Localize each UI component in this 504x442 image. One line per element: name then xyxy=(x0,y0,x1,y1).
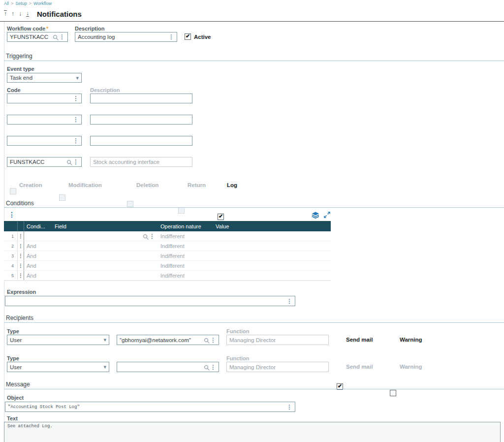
conditions-section-label: Conditions xyxy=(6,200,34,207)
breadcrumb-setup[interactable]: Setup xyxy=(15,1,27,6)
section-divider xyxy=(4,389,504,389)
column-header-field[interactable]: Field xyxy=(52,223,158,229)
last-record-icon[interactable]: ↓ xyxy=(26,10,29,17)
recipient-user-input-1[interactable]: "gbhornyai@netatwork.com" ⋮ xyxy=(117,335,219,345)
section-divider xyxy=(4,61,504,61)
record-navigation: ↑ ↑ ↓ ↓ xyxy=(4,10,29,17)
condition-cell[interactable]: And xyxy=(24,253,52,259)
lookup-icon[interactable] xyxy=(53,35,57,39)
operation-nature-cell[interactable]: Indifferent xyxy=(158,263,213,269)
column-header-condition[interactable]: Condi... xyxy=(24,223,52,229)
lookup-icon[interactable] xyxy=(67,160,71,164)
previous-record-icon[interactable]: ↑ xyxy=(11,11,14,17)
expression-input[interactable]: ⋮ xyxy=(5,296,295,306)
table-row[interactable]: 3 ⋮ And Indifferent xyxy=(4,251,331,261)
condition-cell[interactable]: And xyxy=(24,263,52,269)
active-checkbox[interactable] xyxy=(185,33,191,40)
creation-checkbox-label: Creation xyxy=(19,182,42,188)
column-header-value[interactable]: Value xyxy=(213,223,331,229)
description-label: Description xyxy=(75,26,105,32)
required-asterisk: * xyxy=(46,26,48,32)
table-row[interactable]: 5 ⋮ And Indifferent xyxy=(4,271,331,281)
event-type-select[interactable]: Task end ▾ xyxy=(7,73,82,83)
field-actions-icon[interactable]: ⋮ xyxy=(73,117,79,123)
row-actions-icon[interactable]: ⋮ xyxy=(18,253,23,258)
recipient-user-input-2[interactable]: ⋮ xyxy=(117,362,219,372)
grid-layers-icon[interactable] xyxy=(312,212,319,219)
function-label-2: Function xyxy=(226,355,249,361)
next-record-icon[interactable]: ↓ xyxy=(19,11,22,17)
event-type-label: Event type xyxy=(7,66,34,72)
type-select-1[interactable]: User ▾ xyxy=(7,335,109,345)
lookup-icon[interactable] xyxy=(204,338,208,342)
deletion-checkbox[interactable] xyxy=(127,201,133,207)
field-actions-icon[interactable]: ⋮ xyxy=(73,138,79,144)
lookup-icon[interactable] xyxy=(143,234,147,238)
warning-checkbox-1[interactable] xyxy=(390,390,396,396)
code-input-1[interactable]: ⋮ xyxy=(7,94,82,103)
table-row[interactable]: 4 ⋮ And Indifferent xyxy=(4,261,331,271)
field-actions-icon[interactable]: ⋮ xyxy=(210,337,216,343)
breadcrumb-separator: > xyxy=(11,1,13,6)
code-description-2[interactable] xyxy=(90,115,192,125)
row-number: 4 xyxy=(4,261,18,270)
type-select-2[interactable]: User ▾ xyxy=(7,362,109,372)
field-actions-icon[interactable]: ⋮ xyxy=(168,34,174,40)
chevron-down-icon: ▾ xyxy=(103,364,106,370)
return-checkbox[interactable] xyxy=(178,207,185,214)
log-checkbox-label: Log xyxy=(227,182,237,188)
operation-nature-cell[interactable]: Indifferent xyxy=(158,273,213,279)
breadcrumb-all[interactable]: All xyxy=(4,1,9,6)
row-number: 3 xyxy=(4,251,18,260)
creation-checkbox[interactable] xyxy=(10,188,16,194)
triggering-section-label: Triggering xyxy=(6,53,32,60)
grid-menu-icon[interactable]: ⋮ xyxy=(8,211,15,218)
condition-cell[interactable]: And xyxy=(24,243,52,249)
row-number: 2 xyxy=(4,241,18,251)
field-actions-icon[interactable]: ⋮ xyxy=(73,159,79,165)
object-input[interactable]: "Accounting Stock Post Log" ⋮ xyxy=(5,402,295,412)
breadcrumb-separator: > xyxy=(29,1,32,6)
code-input-2[interactable]: ⋮ xyxy=(7,115,82,125)
modification-checkbox[interactable] xyxy=(59,194,65,201)
condition-cell[interactable]: And xyxy=(24,273,52,279)
field-actions-icon[interactable]: ⋮ xyxy=(286,298,292,304)
row-actions-icon[interactable]: ⋮ xyxy=(18,273,23,278)
warning-label-2: Warning xyxy=(400,364,422,370)
first-record-icon[interactable]: ↑ xyxy=(4,10,7,17)
code-input-4[interactable]: FUNSTKACC ⋮ xyxy=(7,157,82,167)
field-actions-icon[interactable]: ⋮ xyxy=(149,233,155,239)
breadcrumb: All>Setup>Workflow xyxy=(4,1,52,6)
code-description-1[interactable] xyxy=(90,94,192,103)
code-description-3[interactable] xyxy=(90,136,192,146)
function-input-2: Managing Director xyxy=(226,362,329,372)
field-actions-icon[interactable]: ⋮ xyxy=(73,95,79,101)
expression-label: Expression xyxy=(7,289,36,295)
field-cell[interactable]: ⋮ xyxy=(52,233,158,239)
column-header-operation-nature[interactable]: Operation nature xyxy=(158,223,213,229)
code-column-label: Code xyxy=(7,87,21,93)
description-input[interactable]: Accounting log ⋮ xyxy=(75,32,177,42)
operation-nature-cell[interactable]: Indifferent xyxy=(158,233,213,239)
row-actions-icon[interactable]: ⋮ xyxy=(18,263,23,268)
active-checkbox-label: Active xyxy=(194,34,211,40)
operation-nature-cell[interactable]: Indifferent xyxy=(158,253,213,259)
lookup-icon[interactable] xyxy=(204,365,208,369)
operation-nature-cell[interactable]: Indifferent xyxy=(158,243,213,249)
recipients-section-label: Recipients xyxy=(6,315,33,321)
code-input-3[interactable]: ⋮ xyxy=(7,136,82,146)
field-actions-icon[interactable]: ⋮ xyxy=(286,404,292,410)
workflow-code-input[interactable]: YFUNSTKACC ⋮ xyxy=(7,32,68,42)
type-label-1: Type xyxy=(7,328,19,334)
row-actions-icon[interactable]: ⋮ xyxy=(18,234,23,239)
log-checkbox[interactable] xyxy=(218,214,224,220)
row-actions-icon[interactable]: ⋮ xyxy=(18,244,23,249)
text-area[interactable]: See attached Log. xyxy=(4,422,501,442)
field-actions-icon[interactable]: ⋮ xyxy=(59,34,65,40)
table-row[interactable]: 2 ⋮ And Indifferent xyxy=(4,241,331,251)
breadcrumb-workflow[interactable]: Workflow xyxy=(33,1,52,6)
grid-expand-icon[interactable] xyxy=(324,212,330,218)
table-row[interactable]: 1 ⋮ ⋮ Indifferent xyxy=(4,231,331,241)
function-label-1: Function xyxy=(226,328,249,334)
field-actions-icon[interactable]: ⋮ xyxy=(210,364,216,370)
